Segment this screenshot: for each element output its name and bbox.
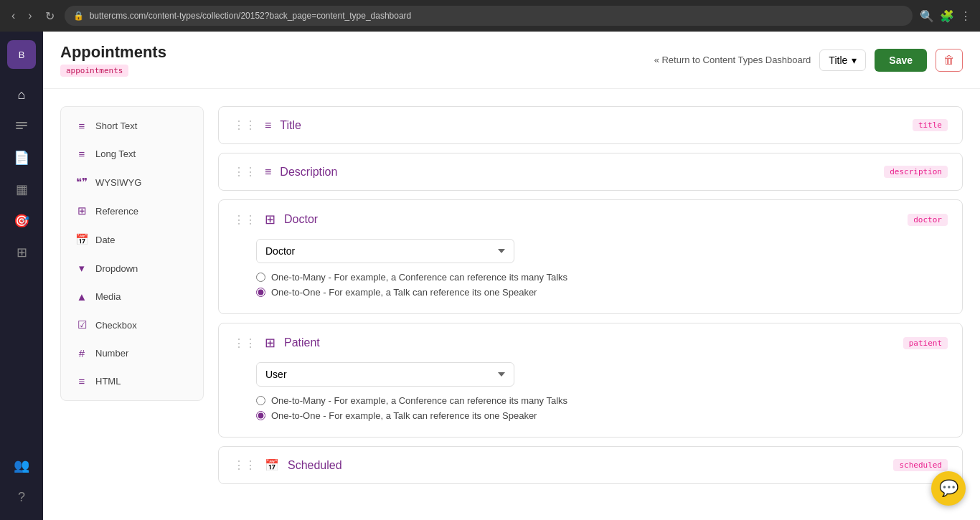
html-icon: ≡ bbox=[75, 375, 88, 387]
palette-label-short-text: Short Text bbox=[95, 120, 137, 131]
patient-radio-one-label: One-to-One - For example, a Talk can ref… bbox=[271, 410, 537, 421]
doctor-drag-handle[interactable]: ⋮⋮ bbox=[233, 213, 256, 227]
doctor-radio-many: One-to-Many - For example, a Conference … bbox=[256, 272, 948, 283]
extensions-icon[interactable]: 🧩 bbox=[940, 9, 954, 23]
palette-label-date: Date bbox=[95, 235, 115, 245]
doctor-radio-many-input[interactable] bbox=[256, 273, 265, 282]
description-field-card: ⋮⋮ ≡ Description description bbox=[218, 153, 963, 191]
title-field-name: Title bbox=[280, 119, 904, 132]
main-content: Appointments appointments « Return to Co… bbox=[43, 32, 980, 520]
page-title-area: Appointments appointments bbox=[60, 43, 166, 77]
patient-field-key: patient bbox=[903, 337, 948, 349]
scheduled-field-icon: 📅 bbox=[265, 458, 279, 472]
patient-radio-many-input[interactable] bbox=[256, 396, 265, 405]
doctor-radio-one-label: One-to-One - For example, a Talk can ref… bbox=[271, 287, 537, 298]
number-icon: # bbox=[75, 347, 88, 359]
palette-item-reference[interactable]: ⊞ Reference bbox=[67, 197, 197, 224]
patient-reference-select[interactable]: Doctor User Patient bbox=[256, 362, 514, 387]
palette-item-date[interactable]: 📅 Date bbox=[67, 226, 197, 253]
title-field-key: title bbox=[913, 119, 948, 131]
media-icon: ▲ bbox=[75, 290, 88, 303]
palette-item-short-text[interactable]: ≡ Short Text bbox=[67, 113, 197, 139]
patient-radio-one-input[interactable] bbox=[256, 411, 265, 420]
patient-field-name: Patient bbox=[284, 336, 895, 349]
description-drag-handle[interactable]: ⋮⋮ bbox=[233, 165, 256, 179]
menu-icon[interactable]: ⋮ bbox=[960, 9, 971, 23]
palette-label-checkbox: Checkbox bbox=[95, 320, 137, 331]
browser-actions: 🔍 🧩 ⋮ bbox=[920, 9, 971, 23]
title-dropdown[interactable]: Title ▾ bbox=[819, 49, 866, 71]
scheduled-field-key: scheduled bbox=[893, 459, 948, 471]
url-text: buttercms.com/content-types/collection/2… bbox=[90, 11, 412, 21]
patient-drag-handle[interactable]: ⋮⋮ bbox=[233, 336, 256, 350]
svg-rect-2 bbox=[16, 128, 23, 129]
page-body: ≡ Short Text ≡ Long Text ❝❞ WYSIWYG ⊞ Re… bbox=[43, 89, 980, 520]
palette-item-media[interactable]: ▲ Media bbox=[67, 283, 197, 310]
reference-icon: ⊞ bbox=[75, 204, 88, 217]
sidebar-icon-page[interactable]: 📄 bbox=[7, 143, 36, 172]
fields-area: ⋮⋮ ≡ Title title ⋮⋮ ≡ Description descri… bbox=[218, 106, 963, 503]
scheduled-drag-handle[interactable]: ⋮⋮ bbox=[233, 458, 256, 472]
delete-button[interactable]: 🗑 bbox=[936, 49, 963, 72]
sidebar-icon-feed[interactable] bbox=[7, 112, 36, 141]
app-layout: B ⌂ 📄 ▦ 🎯 ⊞ 👥 ? Appointments appointment… bbox=[0, 32, 980, 520]
doctor-reference-select[interactable]: Doctor User Patient bbox=[256, 239, 514, 263]
save-button[interactable]: Save bbox=[875, 49, 927, 72]
doctor-radio-many-label: One-to-Many - For example, a Conference … bbox=[271, 272, 567, 283]
chat-bubble[interactable]: 💬 bbox=[931, 471, 966, 506]
palette-item-checkbox[interactable]: ☑ Checkbox bbox=[67, 311, 197, 339]
palette-item-long-text[interactable]: ≡ Long Text bbox=[67, 141, 197, 167]
back-to-dashboard-link[interactable]: « Return to Content Types Dashboard bbox=[654, 55, 811, 65]
palette-label-wysiwyg: WYSIWYG bbox=[95, 177, 141, 188]
doctor-field-card: ⋮⋮ ⊞ Doctor doctor Doctor User Patient bbox=[218, 199, 963, 314]
palette-item-number[interactable]: # Number bbox=[67, 340, 197, 367]
dropdown-icon: ▾ bbox=[75, 262, 88, 275]
svg-rect-0 bbox=[16, 122, 27, 123]
description-field-key: description bbox=[884, 166, 948, 178]
title-drag-handle[interactable]: ⋮⋮ bbox=[233, 118, 256, 132]
sidebar-icon-help[interactable]: ? bbox=[7, 483, 36, 511]
title-field-header: ⋮⋮ ≡ Title title bbox=[219, 107, 962, 143]
back-nav-button[interactable]: ‹ bbox=[9, 6, 18, 25]
scheduled-field-name: Scheduled bbox=[288, 459, 885, 472]
page-title: Appointments bbox=[60, 43, 166, 62]
scheduled-field-header: ⋮⋮ 📅 Scheduled scheduled bbox=[219, 447, 962, 483]
sidebar-icon-grid[interactable]: ▦ bbox=[7, 175, 36, 204]
palette-item-html[interactable]: ≡ HTML bbox=[67, 368, 197, 394]
header-actions: « Return to Content Types Dashboard Titl… bbox=[654, 49, 963, 72]
title-field-icon: ≡ bbox=[265, 119, 271, 132]
sidebar-icon-home[interactable]: ⌂ bbox=[7, 80, 36, 109]
doctor-field-header: ⋮⋮ ⊞ Doctor doctor bbox=[219, 200, 962, 239]
sidebar-icon-media[interactable]: 🎯 bbox=[7, 207, 36, 235]
user-avatar[interactable]: B bbox=[7, 40, 36, 69]
long-text-icon: ≡ bbox=[75, 148, 88, 160]
description-field-icon: ≡ bbox=[265, 166, 271, 179]
checkbox-icon: ☑ bbox=[75, 318, 88, 331]
page-header: Appointments appointments « Return to Co… bbox=[43, 32, 980, 89]
sidebar-icon-table[interactable]: ⊞ bbox=[7, 238, 36, 267]
svg-rect-1 bbox=[16, 125, 27, 126]
chevron-down-icon: ▾ bbox=[852, 55, 857, 66]
palette-label-dropdown: Dropdown bbox=[95, 263, 138, 274]
wysiwyg-icon: ❝❞ bbox=[75, 176, 88, 189]
patient-radio-one: One-to-One - For example, a Talk can ref… bbox=[256, 410, 948, 421]
patient-field-header: ⋮⋮ ⊞ Patient patient bbox=[219, 323, 962, 362]
palette-label-number: Number bbox=[95, 348, 128, 359]
browser-chrome: ‹ › ↻ 🔒 buttercms.com/content-types/coll… bbox=[0, 0, 980, 32]
doctor-radio-one: One-to-One - For example, a Talk can ref… bbox=[256, 287, 948, 298]
forward-nav-button[interactable]: › bbox=[25, 6, 34, 25]
doctor-field-name: Doctor bbox=[284, 213, 899, 226]
address-bar[interactable]: 🔒 buttercms.com/content-types/collection… bbox=[65, 6, 913, 26]
search-icon[interactable]: 🔍 bbox=[920, 9, 934, 23]
palette-item-dropdown[interactable]: ▾ Dropdown bbox=[67, 255, 197, 282]
palette-item-wysiwyg[interactable]: ❝❞ WYSIWYG bbox=[67, 169, 197, 196]
palette-label-reference: Reference bbox=[95, 206, 138, 217]
title-dropdown-label: Title bbox=[829, 55, 847, 66]
page-slug: appointments bbox=[60, 65, 128, 77]
patient-radio-many: One-to-Many - For example, a Conference … bbox=[256, 395, 948, 406]
reload-button[interactable]: ↻ bbox=[42, 6, 57, 26]
left-sidebar: B ⌂ 📄 ▦ 🎯 ⊞ 👥 ? bbox=[0, 32, 43, 520]
patient-radio-many-label: One-to-Many - For example, a Conference … bbox=[271, 395, 567, 406]
sidebar-icon-users[interactable]: 👥 bbox=[7, 451, 36, 480]
doctor-radio-one-input[interactable] bbox=[256, 288, 265, 297]
